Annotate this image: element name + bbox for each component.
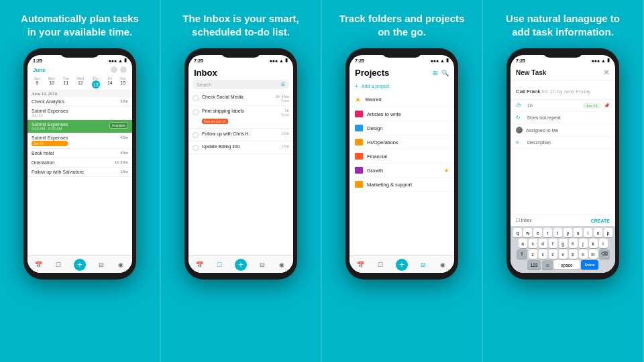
cal-task-7[interactable]: Follow up with Salvadore 15m [28,168,132,177]
inbox-task-2[interactable]: Print shipping labels Due on Jun 14 1h5p… [189,106,293,129]
key-v[interactable]: v [559,249,568,259]
nav-projects-icon-2[interactable]: ⊟ [258,260,267,269]
key-l[interactable]: l [599,239,608,248]
newtask-close-button[interactable]: ✕ [603,68,610,77]
cal-task-4[interactable]: Submit ExpensesJun 14 45m [28,133,132,149]
project-growth[interactable]: Growth ★ [350,164,454,178]
inbox-task-1[interactable]: Check Social Media 3h 45m5pm [189,92,293,106]
inbox-task-4[interactable]: Update Billing Info 15m [189,141,293,154]
key-o[interactable]: o [594,228,602,237]
key-q[interactable]: q [513,228,522,237]
cal-task-2[interactable]: Submit ExpensesJun 13 [28,107,132,120]
inbox-checkbox-3[interactable] [193,132,199,138]
wifi-icon: ▲ [118,58,123,63]
key-c[interactable]: c [549,249,557,259]
key-g[interactable]: g [559,239,568,248]
project-hr[interactable]: Hr/Operations [350,135,454,149]
inbox-task-3[interactable]: Follow up with Chris H. 15m [189,129,293,141]
nav-inbox-icon-3[interactable]: ☐ [376,260,385,269]
key-r[interactable]: r [543,228,552,237]
nav-projects-icon[interactable]: ⊟ [97,260,106,269]
project-design[interactable]: Design [350,121,454,135]
cal-day-sun[interactable]: Sun9 [34,76,41,88]
inbox-checkbox-4[interactable] [193,145,199,151]
cal-day-mon[interactable]: Mon10 [48,76,56,88]
nav-inbox-icon-2[interactable]: ☐ [215,260,224,269]
project-financial[interactable]: Financial [350,149,454,164]
status-icons-3: ●●● ▲ ▮ [430,58,449,63]
newtask-duration: 1h [527,103,580,108]
key-z[interactable]: z [529,249,537,259]
cal-day-wed[interactable]: Wed12 [76,76,84,88]
key-y[interactable]: y [564,228,572,237]
key-i[interactable]: i [584,228,592,237]
nav-projects-icon-3[interactable]: ⊟ [419,260,428,269]
cal-task-5[interactable]: Book hotel 45m [28,149,132,158]
key-space[interactable]: space [554,260,580,269]
key-a[interactable]: a [519,239,527,248]
projects-folder-icon[interactable]: ⊞ [433,70,438,76]
key-w[interactable]: w [523,228,532,237]
cal-month[interactable]: June [33,67,46,73]
newtask-repeat-row[interactable]: ↻ Does not repeat [511,112,615,124]
cal-day-thu[interactable]: Thu13 [92,76,100,88]
newtask-assignee-row[interactable]: Assigned to Me [511,124,615,137]
nav-profile-icon-2[interactable]: ◉ [277,260,286,269]
nav-calendar-icon-3[interactable]: 📅 [356,260,366,269]
create-button[interactable]: CREATE [591,219,610,223]
bottom-nav-2: 📅 ☐ + ⊟ ◉ [189,255,293,273]
project-name-marketing: Marketing & support [367,182,449,188]
cal-day-sat[interactable]: Sat15 [120,76,125,88]
key-emoji[interactable]: ☺ [542,260,553,269]
cal-task-3[interactable]: Submit Expenses 9:00 AM - 9:00 AM Availa… [28,120,132,133]
key-k[interactable]: k [589,239,598,248]
nav-profile-icon-3[interactable]: ◉ [438,260,447,269]
project-starred[interactable]: ★ Starred [350,93,454,107]
nav-add-button-2[interactable]: + [235,259,247,271]
cal-settings-icon[interactable] [120,66,127,73]
key-p[interactable]: p [604,228,612,237]
folder-icon-financial [355,153,363,160]
inbox-search[interactable]: Search ⊞ [193,80,289,89]
nav-profile-icon[interactable]: ◉ [116,260,125,269]
key-t[interactable]: t [553,228,562,237]
project-marketing[interactable]: Marketing & support [350,178,454,192]
signal-icon-2: ●●● [269,58,278,63]
newtask-duration-row[interactable]: ⏱ 1h Jun 21 📌 [511,100,615,112]
key-shift[interactable]: ⇧ [517,249,527,259]
key-d[interactable]: d [539,239,547,248]
nav-calendar-icon-2[interactable]: 📅 [195,260,205,269]
key-j[interactable]: j [579,239,588,248]
cal-avatar[interactable] [111,66,117,73]
key-123[interactable]: 123 [527,260,541,269]
key-b[interactable]: b [569,249,578,259]
phone-3: 7:25 ●●● ▲ ▮ Projects ⊞ 🔍 ＋ Add a [345,48,458,280]
inbox-checkbox-1[interactable] [193,95,199,101]
newtask-inbox-bar: ☐ Inbox CREATE [511,215,615,226]
key-m[interactable]: m [589,249,598,259]
project-articles[interactable]: Articles to write [350,107,454,121]
key-e[interactable]: e [533,228,542,237]
nav-add-button-3[interactable]: + [396,259,408,271]
key-h[interactable]: h [569,239,578,248]
nav-add-button[interactable]: + [74,259,86,271]
newtask-input-area[interactable]: Call Frank for 1h by next Friday [511,80,615,100]
cal-task-6[interactable]: Orientation 1h 30m [28,158,132,168]
add-project-button[interactable]: ＋ Add a project [350,80,454,93]
nav-calendar-icon[interactable]: 📅 [34,260,44,269]
cal-day-tue[interactable]: Tue11 [63,76,69,88]
key-f[interactable]: f [549,239,557,248]
nav-inbox-icon[interactable]: ☐ [54,260,63,269]
key-n[interactable]: n [579,249,588,259]
key-backspace[interactable]: ⌫ [599,249,610,259]
projects-search-icon[interactable]: 🔍 [441,70,449,76]
cal-task-1[interactable]: Check Analytics 30m [28,97,132,107]
cal-day-fri[interactable]: Fri14 [107,76,113,88]
key-u[interactable]: u [574,228,582,237]
key-x[interactable]: x [539,249,547,259]
key-done[interactable]: Done [581,260,598,269]
inbox-checkbox-2[interactable] [193,109,199,115]
newtask-desc-row[interactable]: ≡ Description [511,137,615,149]
panel2-headline: The Inbox is your smart,scheduled to-do … [182,12,299,39]
key-s[interactable]: s [529,239,537,248]
